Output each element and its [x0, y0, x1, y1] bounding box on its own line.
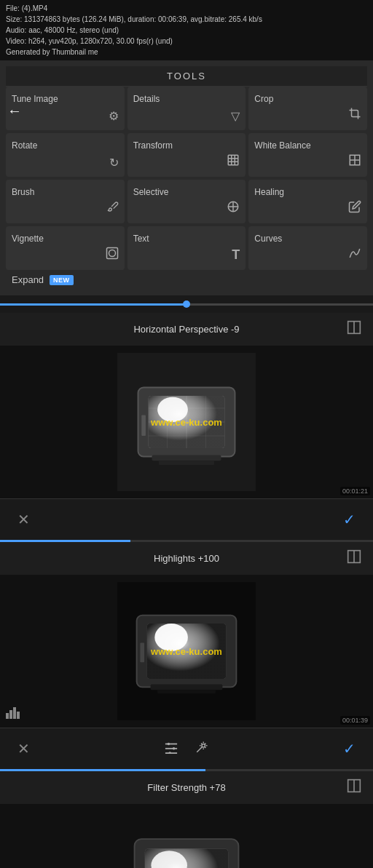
timecode-2: 00:01:39	[340, 716, 370, 725]
tool-details-label: Details	[133, 94, 160, 104]
svg-rect-34	[140, 643, 144, 663]
audio-info: Audio: aac, 48000 Hz, stereo (und)	[6, 25, 367, 36]
tool-white-balance-label: White Balance	[254, 140, 310, 151]
generated-info: Generated by Thumbnail me	[6, 47, 367, 57]
svg-point-15	[157, 397, 188, 422]
tools-grid: Tune Image ⚙ Details ▽ Crop Rotate ↻ Tra…	[6, 87, 367, 270]
image-filter-strength: www.ce-ku.com	[0, 804, 373, 868]
tool-selective-label: Selective	[133, 187, 169, 197]
svg-point-44	[168, 752, 171, 754]
timecode-1: 00:01:21	[340, 487, 370, 495]
panel-header-filter: Filter Strength +78	[0, 771, 373, 804]
svg-rect-17	[159, 461, 214, 465]
selective-icon	[227, 200, 240, 216]
tool-rotate[interactable]: Rotate ↻	[6, 133, 125, 177]
crop-icon	[348, 107, 361, 123]
tv-image-3	[114, 811, 259, 868]
tool-vignette[interactable]: Vignette	[6, 226, 125, 270]
tools-header: TOOLS	[6, 66, 367, 87]
panel-title-horizontal: Horizontal Perspective -9	[26, 324, 347, 335]
svg-rect-18	[141, 415, 146, 437]
svg-point-43	[173, 747, 176, 750]
tool-transform-label: Transform	[133, 140, 173, 151]
highlights-panel: Highlights +100	[0, 542, 373, 728]
panel-title-highlights: Highlights +100	[26, 553, 347, 564]
tool-healing[interactable]: Healing	[248, 180, 367, 223]
text-icon: T	[232, 247, 240, 263]
tool-vignette-label: Vignette	[12, 234, 44, 244]
svg-rect-36	[9, 710, 12, 719]
filename: File: (4).MP4	[6, 3, 367, 14]
confirm-button-1[interactable]: ✓	[340, 508, 358, 531]
timeline-progress	[0, 303, 186, 306]
details-icon: ▽	[231, 109, 240, 123]
svg-rect-33	[157, 690, 216, 693]
tool-details[interactable]: Details ▽	[127, 87, 246, 130]
image-highlights: www.ce-ku.com	[0, 575, 373, 728]
svg-rect-38	[17, 712, 20, 719]
magic-wand-icon-2[interactable]	[194, 741, 210, 757]
tool-tune-image[interactable]: Tune Image ⚙	[6, 87, 125, 130]
image-horizontal-perspective: www.ce-ku.com	[0, 346, 373, 498]
transform-icon	[227, 154, 240, 170]
action-bar-2: ✕ ✓	[0, 728, 373, 769]
file-info-bar: File: (4).MP4 Size: 131374863 bytes (126…	[0, 0, 373, 60]
curves-icon	[348, 247, 361, 263]
cancel-button-2[interactable]: ✕	[15, 737, 33, 760]
histogram-icon[interactable]	[6, 707, 20, 722]
rotate-icon: ↻	[109, 156, 119, 170]
back-button[interactable]: ←	[7, 103, 22, 119]
split-view-icon-filter[interactable]	[347, 779, 361, 797]
expand-bar[interactable]: Expand NEW	[6, 270, 367, 290]
new-badge: NEW	[50, 275, 74, 285]
tool-curves[interactable]: Curves	[248, 226, 367, 270]
sliders-icon-2[interactable]	[163, 741, 179, 757]
svg-rect-8	[109, 250, 115, 257]
split-view-icon-highlights[interactable]	[347, 549, 361, 568]
filter-strength-panel: Filter Strength +78	[0, 771, 373, 868]
healing-icon	[348, 200, 361, 216]
confirm-button-2[interactable]: ✓	[340, 737, 358, 760]
panel-header-horizontal: Horizontal Perspective -9	[0, 313, 373, 346]
tool-curves-label: Curves	[254, 234, 282, 244]
tool-text-label: Text	[133, 234, 149, 244]
horizontal-perspective-panel: Horizontal Perspective -9	[0, 313, 373, 498]
svg-rect-0	[229, 155, 239, 165]
expand-label: Expand	[12, 274, 44, 285]
tool-crop-label: Crop	[254, 94, 273, 104]
tool-transform[interactable]: Transform	[127, 133, 246, 177]
tool-brush[interactable]: Brush	[6, 180, 125, 223]
svg-point-31	[154, 624, 188, 651]
tool-white-balance[interactable]: White Balance	[248, 133, 367, 177]
vignette-icon	[106, 247, 119, 263]
tool-crop[interactable]: Crop	[248, 87, 367, 130]
tools-section: ← TOOLS Tune Image ⚙ Details ▽ Crop Rota…	[0, 60, 373, 295]
svg-point-42	[168, 743, 170, 746]
svg-point-45	[202, 744, 205, 748]
tv-image-1	[117, 353, 256, 491]
timeline-bar[interactable]	[0, 295, 373, 313]
white-balance-icon	[348, 154, 361, 170]
timeline-track[interactable]	[0, 303, 373, 306]
action-bar-1: ✕ ✓	[0, 498, 373, 540]
timeline-thumb[interactable]	[183, 300, 190, 308]
tool-text[interactable]: Text T	[127, 226, 246, 270]
brush-icon	[107, 200, 119, 216]
tool-rotate-label: Rotate	[12, 140, 37, 151]
panel-title-filter: Filter Strength +78	[26, 782, 347, 793]
cancel-button-1[interactable]: ✕	[15, 508, 33, 531]
tune-image-icon: ⚙	[109, 109, 119, 123]
svg-rect-37	[13, 707, 16, 719]
panel-header-highlights: Highlights +100	[0, 542, 373, 575]
tool-brush-label: Brush	[12, 187, 34, 197]
tool-selective[interactable]: Selective	[127, 180, 246, 223]
svg-rect-35	[6, 713, 9, 719]
tool-healing-label: Healing	[254, 187, 284, 197]
mid-icons-2	[163, 741, 210, 757]
split-view-icon-horizontal[interactable]	[347, 320, 361, 338]
video-info: Video: h264, yuv420p, 1280x720, 30.00 fp…	[6, 36, 367, 47]
svg-rect-32	[151, 685, 223, 690]
tv-image-2	[117, 582, 256, 720]
svg-rect-16	[152, 455, 221, 461]
file-size: Size: 131374863 bytes (126.24 MiB), dura…	[6, 14, 367, 25]
